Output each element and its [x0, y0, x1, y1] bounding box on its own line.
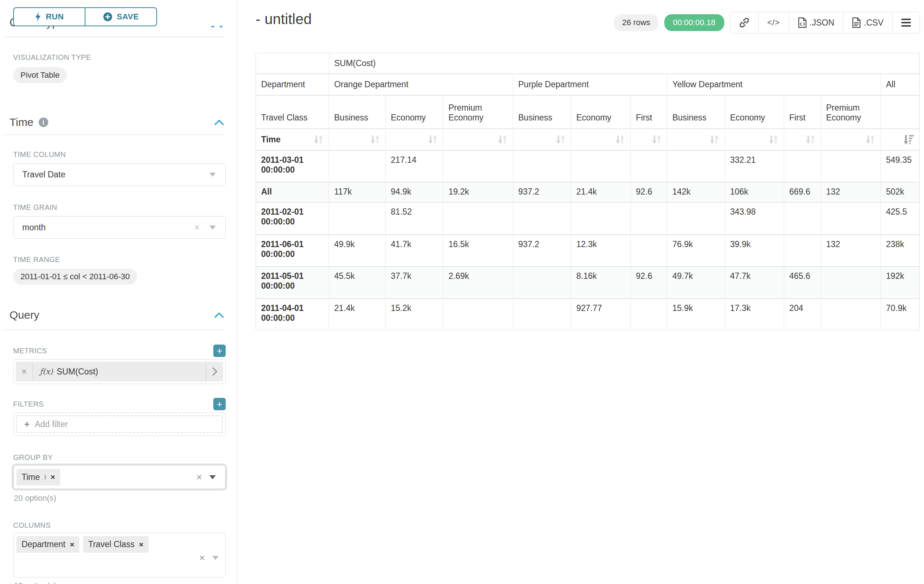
- columns-chip[interactable]: Department ×: [16, 536, 79, 553]
- info-icon[interactable]: i: [44, 473, 46, 481]
- sort-icon[interactable]: [615, 134, 625, 145]
- collapse-chevron-icon[interactable]: [214, 312, 224, 318]
- sort-header[interactable]: [329, 129, 386, 150]
- file-code-icon: [798, 17, 807, 28]
- value-cell: [443, 150, 513, 182]
- column-group-header: Yellow Department: [667, 74, 881, 95]
- value-cell: 106k: [725, 182, 784, 202]
- clipped-icon-dot: [219, 26, 223, 27]
- filters-control: + Add filter: [13, 413, 226, 436]
- sort-header[interactable]: [725, 129, 784, 150]
- divider: [4, 134, 225, 135]
- remove-metric-icon[interactable]: ×: [16, 362, 33, 382]
- clear-icon[interactable]: ×: [200, 552, 205, 564]
- fx-icon: ƒ(x): [40, 367, 53, 376]
- remove-chip-icon[interactable]: ×: [51, 473, 55, 482]
- value-cell: 19.2k: [443, 182, 513, 202]
- value-cell: 132: [821, 182, 881, 202]
- embed-code-button[interactable]: </>: [758, 12, 789, 33]
- value-cell: 142k: [667, 182, 725, 202]
- value-cell: 92.6: [631, 182, 667, 202]
- columns-options-count: 19 option(s): [14, 581, 56, 584]
- row-label: All: [256, 182, 329, 202]
- sort-icon[interactable]: [370, 134, 380, 145]
- viz-type-pill[interactable]: Pivot Table: [13, 67, 67, 83]
- info-icon[interactable]: i: [39, 118, 48, 127]
- value-cell: 927.77: [571, 299, 631, 330]
- column-header: Premium Economy: [821, 95, 881, 129]
- copy-link-button[interactable]: [731, 12, 758, 33]
- add-filter-button[interactable]: +: [213, 398, 226, 410]
- menu-button[interactable]: [892, 12, 920, 33]
- time-grain-select[interactable]: month ×: [13, 216, 226, 239]
- sort-header[interactable]: [667, 129, 725, 150]
- sort-icon[interactable]: [805, 134, 815, 145]
- sort-header[interactable]: [571, 129, 631, 150]
- sort-icon[interactable]: [428, 134, 438, 145]
- value-cell: 49.7k: [667, 267, 725, 299]
- group-by-options-count: 20 option(s): [14, 494, 56, 503]
- sort-icon[interactable]: [314, 134, 323, 145]
- sort-header[interactable]: [386, 129, 443, 150]
- value-cell: [821, 299, 881, 330]
- remove-chip-icon[interactable]: ×: [139, 540, 143, 549]
- value-cell: 217.14: [386, 150, 443, 182]
- time-sort-header[interactable]: Time: [256, 129, 329, 150]
- metric-chip[interactable]: × ƒ(x) SUM(Cost): [16, 362, 223, 382]
- group-by-chip[interactable]: Time i ×: [16, 469, 60, 485]
- sort-header[interactable]: [821, 129, 881, 150]
- sort-header[interactable]: [443, 129, 513, 150]
- row-label: 2011-05-01 00:00:00: [256, 267, 329, 299]
- add-metric-button[interactable]: +: [213, 345, 226, 357]
- sort-icon[interactable]: [709, 134, 719, 145]
- query-timer-badge: 00:00:00.18: [664, 14, 724, 31]
- expand-metric-icon[interactable]: [206, 362, 223, 382]
- columns-select[interactable]: Department × Travel Class × ×: [13, 533, 226, 577]
- sort-icon[interactable]: [652, 134, 662, 145]
- add-filter-dropzone[interactable]: + Add filter: [16, 415, 223, 433]
- sort-row: Time: [256, 129, 920, 150]
- value-cell: 192k: [881, 267, 920, 299]
- value-cell: 332.21: [725, 150, 784, 182]
- value-cell: [821, 267, 881, 299]
- time-column-select[interactable]: Travel Date: [13, 163, 226, 186]
- value-cell: 669.6: [784, 182, 821, 202]
- export-json-button[interactable]: .JSON: [789, 12, 843, 33]
- sort-header[interactable]: [631, 129, 667, 150]
- columns-chip[interactable]: Travel Class ×: [83, 536, 148, 553]
- column-header: Business: [329, 95, 386, 129]
- clear-icon[interactable]: ×: [194, 222, 200, 233]
- value-cell: 41.7k: [386, 235, 443, 267]
- run-button[interactable]: RUN: [13, 7, 85, 26]
- value-cell: 76.9k: [667, 235, 725, 267]
- chart-title[interactable]: - untitled: [256, 11, 312, 27]
- sort-icon[interactable]: [865, 134, 875, 145]
- value-cell: 39.9k: [725, 235, 784, 267]
- sort-header[interactable]: [784, 129, 821, 150]
- value-cell: 94.9k: [386, 182, 443, 202]
- sort-icon[interactable]: [497, 134, 508, 145]
- sort-header[interactable]: [513, 129, 571, 150]
- corner-cell: [256, 53, 329, 74]
- value-cell: [513, 202, 571, 235]
- export-button-group: </> .JSON .CSV: [730, 12, 920, 34]
- remove-chip-icon[interactable]: ×: [70, 540, 74, 549]
- value-cell: [821, 202, 881, 235]
- save-button[interactable]: SAVE: [85, 7, 157, 26]
- sort-desc-icon[interactable]: [903, 134, 914, 145]
- metric-name: SUM(Cost): [57, 367, 98, 377]
- clear-icon[interactable]: ×: [196, 472, 202, 483]
- collapse-chevron-icon[interactable]: [214, 119, 224, 125]
- travel-class-header-row: Travel ClassBusinessEconomyPremium Econo…: [256, 95, 920, 129]
- sort-header[interactable]: [881, 129, 920, 150]
- value-cell: [443, 202, 513, 235]
- sort-icon[interactable]: [556, 134, 566, 145]
- time-range-pill[interactable]: 2011-01-01 ≤ col < 2011-06-30: [13, 269, 137, 285]
- time-section-title: Time: [10, 116, 34, 128]
- value-cell: 92.6: [631, 267, 667, 299]
- value-cell: 15.2k: [386, 299, 443, 330]
- group-by-select[interactable]: Time i × ×: [13, 465, 226, 489]
- add-filter-placeholder: Add filter: [35, 419, 68, 429]
- sort-icon[interactable]: [769, 134, 779, 145]
- export-csv-button[interactable]: .CSV: [843, 12, 892, 33]
